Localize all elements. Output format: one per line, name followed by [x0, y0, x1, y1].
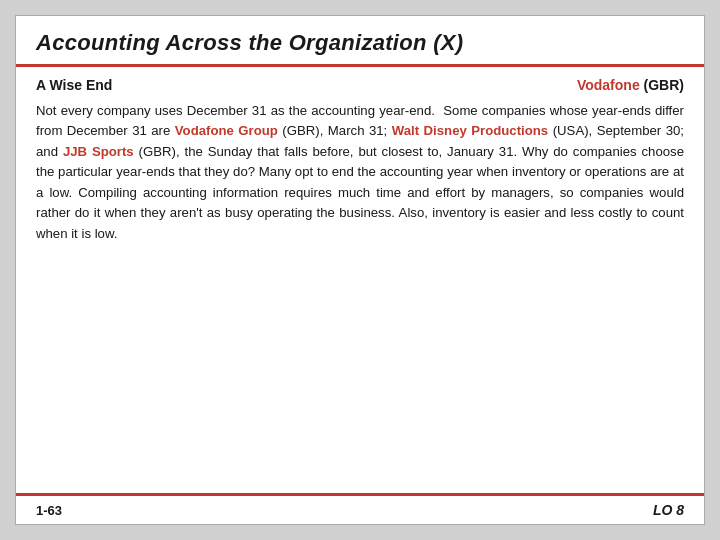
- slide-header: Accounting Across the Organization (X): [16, 16, 704, 67]
- subtitle-right: Vodafone (GBR): [577, 77, 684, 93]
- slide-body: A Wise End Vodafone (GBR) Not every comp…: [16, 67, 704, 493]
- footer-page-number: 1-63: [36, 503, 62, 518]
- slide-title: Accounting Across the Organization (X): [36, 30, 684, 56]
- subtitle-left: A Wise End: [36, 77, 112, 93]
- subtitle-row: A Wise End Vodafone (GBR): [36, 77, 684, 93]
- highlight-vodafone-group: Vodafone Group: [175, 123, 278, 138]
- highlight-jjb-sports: JJB Sports: [63, 144, 134, 159]
- subtitle-right-suffix: (GBR): [640, 77, 684, 93]
- highlight-walt-disney: Walt Disney Productions: [392, 123, 548, 138]
- body-text: Not every company uses December 31 as th…: [36, 101, 684, 244]
- vodafone-label: Vodafone: [577, 77, 640, 93]
- footer-lo: LO 8: [653, 502, 684, 518]
- slide-footer: 1-63 LO 8: [16, 493, 704, 524]
- slide: Accounting Across the Organization (X) A…: [15, 15, 705, 525]
